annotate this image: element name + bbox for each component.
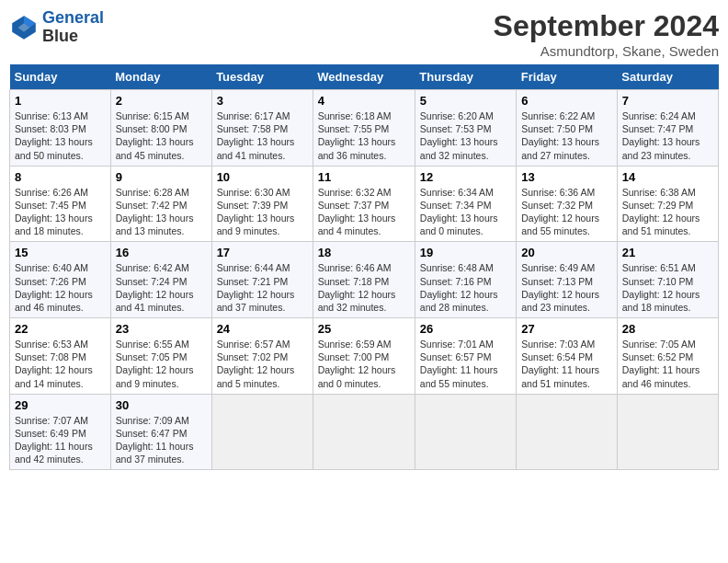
daylight: Daylight: 12 hours and 46 minutes. xyxy=(15,288,106,314)
day-info: Sunrise: 6:13 AM Sunset: 8:03 PM Dayligh… xyxy=(15,109,106,162)
calendar-cell: 8 Sunrise: 6:26 AM Sunset: 7:45 PM Dayli… xyxy=(10,166,111,242)
day-number: 5 xyxy=(420,94,511,108)
sunset: Sunset: 7:34 PM xyxy=(420,199,511,212)
day-info: Sunrise: 6:38 AM Sunset: 7:29 PM Dayligh… xyxy=(622,186,713,238)
sunrise: Sunrise: 7:05 AM xyxy=(622,338,713,350)
col-saturday: Saturday xyxy=(617,64,718,90)
sunset: Sunset: 6:57 PM xyxy=(420,350,511,363)
daylight: Daylight: 12 hours and 32 minutes. xyxy=(318,288,410,314)
calendar-cell: 23 Sunrise: 6:55 AM Sunset: 7:05 PM Dayl… xyxy=(110,318,211,395)
day-number: 18 xyxy=(318,246,410,259)
title-block: September 2024 Asmundtorp, Skane, Sweden xyxy=(494,9,719,59)
week-row-3: 15 Sunrise: 6:40 AM Sunset: 7:26 PM Dayl… xyxy=(10,242,719,318)
sunset: Sunset: 7:16 PM xyxy=(420,275,511,288)
day-number: 17 xyxy=(217,246,308,259)
sunrise: Sunrise: 6:40 AM xyxy=(15,261,106,274)
col-thursday: Thursday xyxy=(415,64,516,90)
sunset: Sunset: 6:49 PM xyxy=(15,427,106,440)
logo: GeneralBlue xyxy=(9,9,104,46)
sunset: Sunset: 7:13 PM xyxy=(521,275,611,288)
day-info: Sunrise: 7:09 AM Sunset: 6:47 PM Dayligh… xyxy=(116,414,207,466)
day-info: Sunrise: 6:51 AM Sunset: 7:10 PM Dayligh… xyxy=(622,261,713,314)
day-info: Sunrise: 7:01 AM Sunset: 6:57 PM Dayligh… xyxy=(420,338,511,390)
daylight: Daylight: 11 hours and 42 minutes. xyxy=(15,440,106,465)
sunset: Sunset: 8:00 PM xyxy=(116,122,207,135)
sunset: Sunset: 7:58 PM xyxy=(217,122,308,135)
calendar-cell: 10 Sunrise: 6:30 AM Sunset: 7:39 PM Dayl… xyxy=(211,166,313,242)
calendar-cell: 22 Sunrise: 6:53 AM Sunset: 7:08 PM Dayl… xyxy=(10,318,111,395)
sunrise: Sunrise: 7:09 AM xyxy=(116,414,207,427)
calendar-cell: 2 Sunrise: 6:15 AM Sunset: 8:00 PM Dayli… xyxy=(110,90,211,167)
sunset: Sunset: 7:10 PM xyxy=(622,275,713,288)
daylight: Daylight: 13 hours and 0 minutes. xyxy=(420,212,511,237)
day-info: Sunrise: 6:26 AM Sunset: 7:45 PM Dayligh… xyxy=(15,186,106,238)
day-info: Sunrise: 6:36 AM Sunset: 7:32 PM Dayligh… xyxy=(521,186,611,238)
sunset: Sunset: 7:47 PM xyxy=(622,122,713,135)
day-number: 1 xyxy=(15,94,106,108)
sunset: Sunset: 7:50 PM xyxy=(521,122,611,135)
daylight: Daylight: 13 hours and 13 minutes. xyxy=(116,212,207,237)
sunset: Sunset: 7:53 PM xyxy=(420,122,511,135)
day-number: 23 xyxy=(116,322,207,336)
daylight: Daylight: 11 hours and 46 minutes. xyxy=(622,363,713,389)
col-monday: Monday xyxy=(110,64,211,90)
day-number: 3 xyxy=(217,94,308,108)
day-number: 22 xyxy=(15,322,106,336)
calendar-cell: 18 Sunrise: 6:46 AM Sunset: 7:18 PM Dayl… xyxy=(313,242,415,318)
logo-icon xyxy=(9,13,39,42)
calendar-cell: 1 Sunrise: 6:13 AM Sunset: 8:03 PM Dayli… xyxy=(10,90,111,167)
col-sunday: Sunday xyxy=(10,64,111,90)
sunset: Sunset: 7:45 PM xyxy=(15,199,106,212)
day-number: 21 xyxy=(622,246,713,259)
sunset: Sunset: 6:54 PM xyxy=(521,350,611,363)
calendar-cell: 20 Sunrise: 6:49 AM Sunset: 7:13 PM Dayl… xyxy=(517,242,617,318)
calendar-cell: 11 Sunrise: 6:32 AM Sunset: 7:37 PM Dayl… xyxy=(313,166,415,242)
sunrise: Sunrise: 6:17 AM xyxy=(217,109,308,122)
header: GeneralBlue September 2024 Asmundtorp, S… xyxy=(9,9,719,59)
calendar-cell: 27 Sunrise: 7:03 AM Sunset: 6:54 PM Dayl… xyxy=(517,318,617,395)
daylight: Daylight: 11 hours and 51 minutes. xyxy=(521,363,611,389)
daylight: Daylight: 13 hours and 27 minutes. xyxy=(521,135,611,161)
day-number: 29 xyxy=(15,398,106,412)
sunset: Sunset: 7:02 PM xyxy=(217,350,308,363)
daylight: Daylight: 13 hours and 9 minutes. xyxy=(217,212,308,237)
daylight: Daylight: 11 hours and 37 minutes. xyxy=(116,440,207,465)
daylight: Daylight: 12 hours and 5 minutes. xyxy=(217,363,308,389)
daylight: Daylight: 12 hours and 41 minutes. xyxy=(116,288,207,314)
calendar-cell: 24 Sunrise: 6:57 AM Sunset: 7:02 PM Dayl… xyxy=(211,318,313,395)
sunset: Sunset: 7:55 PM xyxy=(318,122,410,135)
day-number: 12 xyxy=(420,170,511,184)
day-number: 28 xyxy=(622,322,713,336)
day-info: Sunrise: 7:05 AM Sunset: 6:52 PM Dayligh… xyxy=(622,338,713,390)
daylight: Daylight: 12 hours and 55 minutes. xyxy=(521,212,611,237)
sunrise: Sunrise: 6:46 AM xyxy=(318,261,410,274)
calendar-cell: 30 Sunrise: 7:09 AM Sunset: 6:47 PM Dayl… xyxy=(110,394,211,470)
day-number: 14 xyxy=(622,170,713,184)
day-number: 24 xyxy=(217,322,308,336)
sunrise: Sunrise: 6:34 AM xyxy=(420,186,511,199)
daylight: Daylight: 12 hours and 0 minutes. xyxy=(318,363,410,389)
daylight: Daylight: 13 hours and 4 minutes. xyxy=(318,212,410,237)
calendar-cell xyxy=(211,394,313,470)
sunrise: Sunrise: 6:48 AM xyxy=(420,261,511,274)
calendar-cell: 25 Sunrise: 6:59 AM Sunset: 7:00 PM Dayl… xyxy=(313,318,415,395)
day-info: Sunrise: 6:53 AM Sunset: 7:08 PM Dayligh… xyxy=(15,338,106,390)
col-wednesday: Wednesday xyxy=(313,64,415,90)
sunrise: Sunrise: 7:01 AM xyxy=(420,338,511,350)
month-title: September 2024 xyxy=(494,9,719,43)
calendar-cell xyxy=(617,394,718,470)
calendar-cell: 4 Sunrise: 6:18 AM Sunset: 7:55 PM Dayli… xyxy=(313,90,415,167)
sunset: Sunset: 7:00 PM xyxy=(318,350,410,363)
sunrise: Sunrise: 6:55 AM xyxy=(116,338,207,350)
calendar-cell: 16 Sunrise: 6:42 AM Sunset: 7:24 PM Dayl… xyxy=(110,242,211,318)
sunrise: Sunrise: 6:36 AM xyxy=(521,186,611,199)
sunrise: Sunrise: 6:53 AM xyxy=(15,338,106,350)
sunrise: Sunrise: 6:13 AM xyxy=(15,109,106,122)
sunrise: Sunrise: 6:57 AM xyxy=(217,338,308,350)
day-info: Sunrise: 6:59 AM Sunset: 7:00 PM Dayligh… xyxy=(318,338,410,390)
day-info: Sunrise: 6:48 AM Sunset: 7:16 PM Dayligh… xyxy=(420,261,511,314)
day-number: 4 xyxy=(318,94,410,108)
day-info: Sunrise: 6:28 AM Sunset: 7:42 PM Dayligh… xyxy=(116,186,207,238)
sunrise: Sunrise: 6:51 AM xyxy=(622,261,713,274)
sunrise: Sunrise: 6:32 AM xyxy=(318,186,410,199)
